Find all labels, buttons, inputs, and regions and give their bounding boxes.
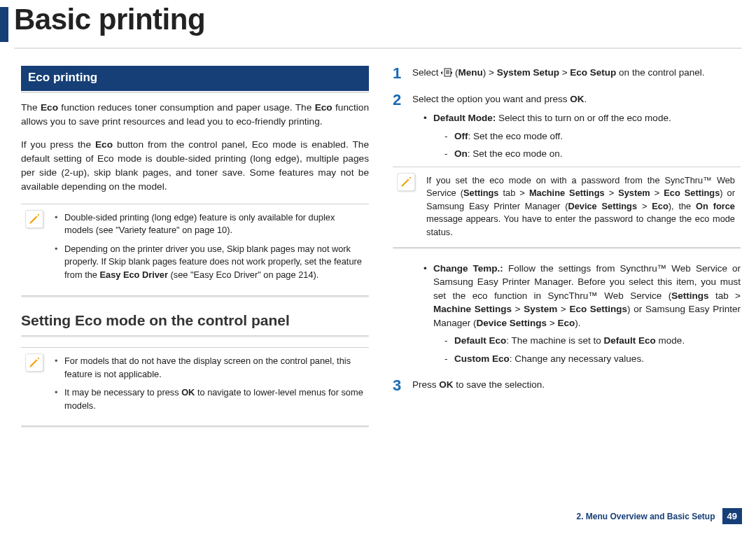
page-number: 49 bbox=[722, 508, 742, 524]
option-custom-eco: Custom Eco: Change any necessary values. bbox=[444, 352, 741, 366]
step3-text: Press OK to save the selection. bbox=[412, 378, 741, 392]
note3-text: If you set the eco mode on with a passwo… bbox=[426, 174, 735, 239]
eco-intro-p1: The Eco function reduces toner consumpti… bbox=[21, 101, 369, 129]
option-default-eco: Default Eco: The machine is set to Defau… bbox=[444, 334, 741, 348]
step1-text: Select (Menu) > System Setup > Eco Setup… bbox=[412, 66, 741, 80]
title-accent-bar bbox=[0, 7, 8, 42]
page-footer: 2. Menu Overview and Basic Setup 49 bbox=[576, 508, 742, 524]
note1-item-2: Depending on the printer driver you use,… bbox=[55, 243, 363, 282]
note-icon bbox=[25, 353, 43, 372]
step-1: 1 Select (Menu) > System Setup > Eco Set… bbox=[393, 66, 741, 85]
note2-item-1: For models that do not have the display … bbox=[55, 355, 363, 381]
option-change-temp: Change Temp.: Follow the settings from S… bbox=[424, 262, 741, 366]
menu-icon bbox=[441, 68, 452, 78]
option-on: On: Set the eco mode on. bbox=[444, 147, 741, 161]
right-column: 1 Select (Menu) > System Setup > Eco Set… bbox=[393, 66, 741, 440]
eco-intro-p2: If you press the Eco button from the con… bbox=[21, 138, 369, 193]
page-title: Basic printing bbox=[14, 3, 205, 42]
step-number-1: 1 bbox=[393, 66, 412, 85]
step-2: 2 Select the option you want and press O… bbox=[393, 92, 741, 372]
left-column: Eco printing The Eco function reduces to… bbox=[21, 66, 369, 440]
note2-item-2: It may be necessary to press OK to navig… bbox=[55, 386, 363, 412]
note-icon bbox=[397, 173, 415, 191]
option-off: Off: Set the eco mode off. bbox=[444, 129, 741, 143]
step-3: 3 Press OK to save the selection. bbox=[393, 378, 741, 398]
section-banner-eco-printing: Eco printing bbox=[21, 66, 369, 91]
note-box-1: Double-sided printing (long edge) featur… bbox=[21, 204, 369, 297]
note-icon bbox=[25, 210, 43, 228]
chapter-label: 2. Menu Overview and Basic Setup bbox=[576, 512, 715, 521]
note1-item-1: Double-sided printing (long edge) featur… bbox=[55, 211, 363, 237]
note-box-2: For models that do not have the display … bbox=[21, 347, 369, 428]
subheading-divider bbox=[21, 335, 369, 337]
note-box-3: If you set the eco mode on with a passwo… bbox=[393, 167, 741, 249]
content-columns: Eco printing The Eco function reduces to… bbox=[0, 49, 756, 440]
page-header: Basic printing bbox=[0, 0, 756, 42]
step2-text: Select the option you want and press OK. bbox=[412, 92, 741, 106]
subheading-setting-eco: Setting Eco mode on the control panel bbox=[21, 310, 369, 331]
step-number-3: 3 bbox=[393, 378, 412, 398]
option-default-mode: Default Mode: Select this to turn on or … bbox=[424, 111, 741, 161]
